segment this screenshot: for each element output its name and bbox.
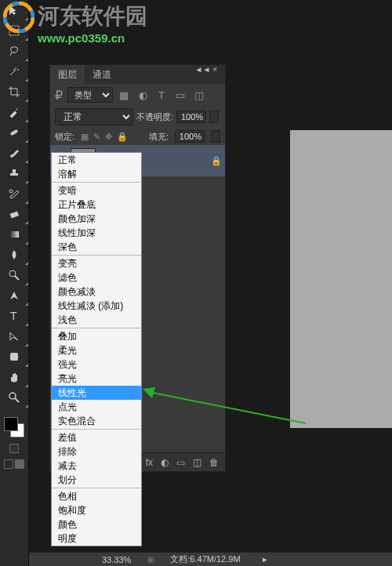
blend-option[interactable]: 差值 — [52, 430, 141, 444]
filter-shape-icon[interactable]: ▭ — [174, 89, 187, 101]
tool-crop[interactable] — [0, 82, 28, 102]
group-icon[interactable]: ▭ — [176, 457, 185, 468]
quickmask-mode[interactable] — [0, 441, 28, 456]
mask-icon[interactable]: ◐ — [161, 457, 169, 468]
blend-option[interactable]: 变暗 — [52, 183, 141, 198]
foreground-color[interactable] — [4, 417, 18, 431]
tool-path[interactable] — [0, 326, 28, 346]
tool-eraser[interactable] — [0, 204, 28, 224]
blend-option[interactable]: 减去 — [52, 459, 141, 473]
blend-option[interactable]: 浅色 — [52, 313, 141, 327]
fill-input[interactable] — [175, 130, 205, 143]
panel-collapse-icon[interactable]: ◄◄ × — [195, 65, 217, 74]
tool-move[interactable] — [0, 0, 28, 20]
blend-option[interactable]: 正片叠底 — [52, 198, 141, 212]
tool-heal[interactable] — [0, 122, 28, 143]
search-icon: ₽ — [55, 88, 63, 103]
filter-pixel-icon[interactable]: ▦ — [118, 89, 130, 101]
svg-text:T: T — [10, 310, 17, 322]
blend-option[interactable]: 亮光 — [52, 372, 141, 386]
blend-option[interactable]: 明度 — [52, 532, 141, 546]
blend-option[interactable]: 颜色 — [52, 517, 141, 532]
screen-mode[interactable] — [0, 456, 28, 472]
fill-stepper[interactable] — [211, 130, 220, 143]
svg-rect-2 — [9, 26, 19, 35]
blend-option[interactable]: 柔光 — [52, 343, 141, 357]
blend-option[interactable]: 叠加 — [52, 329, 141, 343]
tool-blur[interactable] — [0, 245, 28, 265]
blend-option[interactable]: 颜色减淡 — [52, 285, 141, 299]
blend-option[interactable]: 线性加深 — [52, 226, 141, 240]
fx-icon[interactable]: fx — [146, 457, 153, 468]
filter-adjust-icon[interactable]: ◐ — [136, 89, 149, 101]
tool-pen[interactable] — [0, 285, 28, 306]
blend-option[interactable]: 强光 — [52, 357, 141, 372]
opacity-input[interactable] — [176, 111, 206, 123]
svg-rect-5 — [10, 211, 19, 218]
filter-select[interactable]: 类型 — [67, 87, 113, 103]
blend-option[interactable]: 变亮 — [52, 256, 141, 270]
filter-smart-icon[interactable]: ◫ — [193, 89, 205, 101]
blend-option[interactable]: 线性减淡 (添加) — [52, 299, 141, 313]
color-swatch[interactable] — [4, 417, 24, 437]
blend-mode-select[interactable]: 正常 — [55, 108, 133, 125]
svg-marker-12 — [143, 387, 155, 398]
new-layer-icon[interactable]: ◫ — [193, 457, 201, 468]
filter-type-icon[interactable]: T — [155, 89, 168, 101]
tool-history-brush[interactable] — [0, 183, 28, 204]
svg-line-11 — [149, 392, 306, 423]
svg-point-4 — [9, 190, 13, 193]
blend-option[interactable]: 颜色加深 — [52, 212, 141, 226]
tool-eyedropper[interactable] — [0, 102, 28, 122]
status-bar: 33.33% ▣ 文档:6.47M/12.9M ▸ — [0, 552, 392, 566]
lock-brush-icon[interactable]: ✎ — [93, 132, 100, 142]
svg-point-10 — [9, 393, 16, 399]
opacity-stepper[interactable] — [209, 111, 219, 123]
svg-point-7 — [9, 270, 16, 277]
tool-stamp[interactable] — [0, 163, 28, 183]
blend-option[interactable]: 排除 — [52, 444, 141, 459]
layer-lock-icon: 🔒 — [211, 156, 222, 166]
blend-option[interactable]: 点光 — [52, 400, 141, 414]
svg-rect-9 — [10, 353, 18, 361]
svg-rect-6 — [9, 231, 19, 238]
tool-type[interactable]: T — [0, 306, 28, 326]
blend-option[interactable]: 正常 — [52, 153, 141, 167]
tool-brush[interactable] — [0, 143, 28, 163]
annotation-arrow — [141, 384, 314, 431]
lock-label: 锁定: — [55, 131, 74, 143]
tool-dodge[interactable] — [0, 265, 28, 285]
tab-layers[interactable]: 图层 — [50, 65, 85, 84]
tool-gradient[interactable] — [0, 224, 28, 245]
fill-label: 填充: — [149, 131, 169, 143]
delete-icon[interactable]: 🗑 — [209, 457, 219, 468]
doc-size: 文档:6.47M/12.9M — [170, 553, 240, 565]
blend-option[interactable]: 色相 — [52, 489, 141, 503]
tool-zoom[interactable] — [0, 387, 28, 408]
svg-rect-3 — [10, 129, 19, 136]
blend-option[interactable]: 实色混合 — [52, 414, 141, 428]
lock-pixels-icon[interactable]: ▦ — [81, 132, 89, 142]
blend-option[interactable]: 深色 — [52, 240, 141, 254]
blend-mode-dropdown: 正常溶解变暗正片叠底颜色加深线性加深深色变亮滤色颜色减淡线性减淡 (添加)浅色叠… — [51, 152, 142, 546]
tab-channels[interactable]: 通道 — [85, 65, 119, 84]
canvas[interactable] — [290, 130, 392, 428]
tool-hand[interactable] — [0, 367, 28, 387]
blend-option[interactable]: 线性光 — [52, 386, 141, 400]
blend-option[interactable]: 溶解 — [52, 167, 141, 181]
tools-toolbar: T — [0, 0, 29, 566]
lock-move-icon[interactable]: ✥ — [105, 132, 112, 142]
tool-wand[interactable] — [0, 61, 28, 82]
blend-option[interactable]: 划分 — [52, 473, 141, 487]
tool-lasso[interactable] — [0, 41, 28, 61]
blend-option[interactable]: 饱和度 — [52, 503, 141, 517]
tool-marquee[interactable] — [0, 20, 28, 41]
zoom-level[interactable]: 33.33% — [102, 555, 131, 564]
lock-all-icon[interactable]: 🔒 — [117, 132, 128, 142]
blend-option[interactable]: 滤色 — [52, 270, 141, 285]
tool-shape[interactable] — [0, 346, 28, 367]
opacity-label: 不透明度: — [136, 111, 173, 123]
